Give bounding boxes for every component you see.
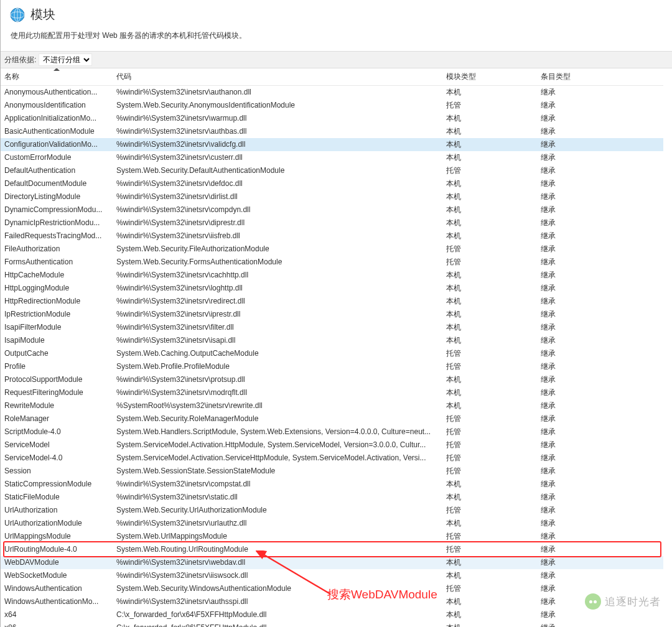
group-by-select[interactable]: 不进行分组 [39,53,92,66]
table-row[interactable]: HttpLoggingModule%windir%\System32\inets… [1,282,663,295]
table-row[interactable]: UrlAuthorizationSystem.Web.Security.UrlA… [1,504,663,517]
cell-name: UrlMappingsModule [1,530,113,543]
cell-code: System.Web.Security.DefaultAuthenticatio… [113,164,442,177]
table-row[interactable]: BasicAuthenticationModule%windir%\System… [1,125,663,138]
cell-code: %windir%\System32\inetsrv\compstat.dll [113,478,442,491]
table-row[interactable]: x64C:\x_forwarded_for\x64\F5XFFHttpModul… [1,608,663,621]
table-row[interactable]: WindowsAuthenticationMo...%windir%\Syste… [1,595,663,608]
table-row[interactable]: StaticFileModule%windir%\System32\inetsr… [1,491,663,504]
table-row[interactable]: ProtocolSupportModule%windir%\System32\i… [1,373,663,386]
col-name[interactable]: 名称 [1,68,113,86]
cell-module-type: 本机 [442,621,537,627]
table-row[interactable]: RequestFilteringModule%windir%\System32\… [1,386,663,399]
cell-code: System.Web.Profile.ProfileModule [113,360,442,373]
cell-name: RoleManager [1,412,113,425]
watermark: 追逐时光者 [585,593,661,610]
table-row[interactable]: DefaultAuthenticationSystem.Web.Security… [1,164,663,177]
table-row[interactable]: IsapiModule%windir%\System32\inetsrv\isa… [1,334,663,347]
cell-entry-type: 继承 [537,399,663,412]
cell-code: System.Web.Security.AnonymousIdentificat… [113,99,442,112]
cell-module-type: 本机 [442,556,537,569]
cell-name: OutputCache [1,347,113,360]
table-row[interactable]: UrlAuthorizationModule%windir%\System32\… [1,517,663,530]
cell-entry-type: 继承 [537,530,663,543]
table-row[interactable]: ApplicationInitializationMo...%windir%\S… [1,112,663,125]
col-entry-type[interactable]: 条目类型 [537,68,663,86]
cell-entry-type: 继承 [537,517,663,530]
cell-entry-type: 继承 [537,360,663,373]
cell-code: %windir%\System32\inetsrv\compdyn.dll [113,203,442,216]
cell-module-type: 托管 [442,439,537,452]
cell-name: FailedRequestsTracingMod... [1,230,113,243]
cell-name: WebDAVModule [1,556,113,569]
cell-code: System.Web.Security.UrlAuthorizationModu… [113,504,442,517]
col-module-type[interactable]: 模块类型 [442,68,537,86]
cell-module-type: 本机 [442,177,537,190]
cell-name: WebSocketModule [1,569,113,582]
table-row[interactable]: DefaultDocumentModule%windir%\System32\i… [1,177,663,190]
cell-code: %windir%\System32\inetsrv\authsspi.dll [113,595,442,608]
cell-name: x86 [1,621,113,627]
table-row[interactable]: HttpRedirectionModule%windir%\System32\i… [1,295,663,308]
table-row[interactable]: UrlMappingsModuleSystem.Web.UrlMappingsM… [1,530,663,543]
table-row[interactable]: IpRestrictionModule%windir%\System32\ine… [1,308,663,321]
cell-name: StaticFileModule [1,491,113,504]
cell-module-type: 托管 [442,243,537,256]
cell-entry-type: 继承 [537,439,663,452]
table-row[interactable]: StaticCompressionModule%windir%\System32… [1,478,663,491]
table-row[interactable]: SessionSystem.Web.SessionState.SessionSt… [1,465,663,478]
cell-module-type: 本机 [442,321,537,334]
cell-name: AnonymousAuthentication... [1,86,113,100]
table-row[interactable]: FileAuthorizationSystem.Web.Security.Fil… [1,243,663,256]
table-row[interactable]: WebSocketModule%windir%\System32\inetsrv… [1,569,663,582]
cell-entry-type: 继承 [537,334,663,347]
table-row[interactable]: UrlRoutingModule-4.0System.Web.Routing.U… [1,543,663,556]
table-row[interactable]: IsapiFilterModule%windir%\System32\inets… [1,321,663,334]
cell-code: System.Web.Routing.UrlRoutingModule [113,543,442,556]
table-row[interactable]: AnonymousAuthentication...%windir%\Syste… [1,86,663,100]
cell-name: WindowsAuthentication [1,582,113,595]
cell-module-type: 本机 [442,517,537,530]
cell-code: %windir%\System32\inetsrv\iiswsock.dll [113,569,442,582]
cell-module-type: 本机 [442,386,537,399]
col-code[interactable]: 代码 [113,68,442,86]
cell-entry-type: 继承 [537,412,663,425]
table-row[interactable]: x86C:\x_forwarded_for\x86\F5XFFHttpModul… [1,621,663,627]
table-row[interactable]: DirectoryListingModule%windir%\System32\… [1,190,663,203]
table-row[interactable]: OutputCacheSystem.Web.Caching.OutputCach… [1,347,663,360]
cell-module-type: 本机 [442,569,537,582]
table-row[interactable]: ScriptModule-4.0System.Web.Handlers.Scri… [1,425,663,439]
cell-code: %SystemRoot%\system32\inetsrv\rewrite.dl… [113,399,442,412]
table-row[interactable]: RoleManagerSystem.Web.Security.RoleManag… [1,412,663,425]
table-row[interactable]: CustomErrorModule%windir%\System32\inets… [1,151,663,164]
cell-name: UrlAuthorization [1,504,113,517]
cell-name: UrlRoutingModule-4.0 [1,543,113,556]
group-toolbar: 分组依据: 不进行分组 [1,51,672,68]
modules-table[interactable]: 名称 代码 模块类型 条目类型 AnonymousAuthentication.… [1,68,663,627]
table-row[interactable]: WindowsAuthenticationSystem.Web.Security… [1,582,663,595]
table-row[interactable]: DynamicIpRestrictionModu...%windir%\Syst… [1,216,663,230]
table-row[interactable]: ServiceModelSystem.ServiceModel.Activati… [1,439,663,452]
cell-code: %windir%\System32\inetsrv\validcfg.dll [113,138,442,151]
table-row[interactable]: ConfigurationValidationMo...%windir%\Sys… [1,138,663,151]
table-row[interactable]: FailedRequestsTracingMod...%windir%\Syst… [1,230,663,243]
table-row[interactable]: RewriteModule%SystemRoot%\system32\inets… [1,399,663,412]
table-row[interactable]: DynamicCompressionModu...%windir%\System… [1,203,663,216]
cell-module-type: 本机 [442,269,537,282]
table-row[interactable]: ServiceModel-4.0System.ServiceModel.Acti… [1,452,663,465]
cell-module-type: 托管 [442,582,537,595]
cell-name: FormsAuthentication [1,256,113,269]
cell-module-type: 本机 [442,308,537,321]
table-row[interactable]: AnonymousIdentificationSystem.Web.Securi… [1,99,663,112]
cell-entry-type: 继承 [537,164,663,177]
table-row[interactable]: FormsAuthenticationSystem.Web.Security.F… [1,256,663,269]
cell-code: System.Web.Security.WindowsAuthenticatio… [113,582,442,595]
table-row[interactable]: HttpCacheModule%windir%\System32\inetsrv… [1,269,663,282]
group-by-label: 分组依据: [4,55,36,65]
cell-name: ServiceModel-4.0 [1,452,113,465]
cell-entry-type: 继承 [537,269,663,282]
table-row[interactable]: WebDAVModule%windir%\System32\inetsrv\we… [1,556,663,569]
cell-code: %windir%\System32\inetsrv\iprestr.dll [113,308,442,321]
table-header-row[interactable]: 名称 代码 模块类型 条目类型 [1,68,663,86]
table-row[interactable]: ProfileSystem.Web.Profile.ProfileModule托… [1,360,663,373]
